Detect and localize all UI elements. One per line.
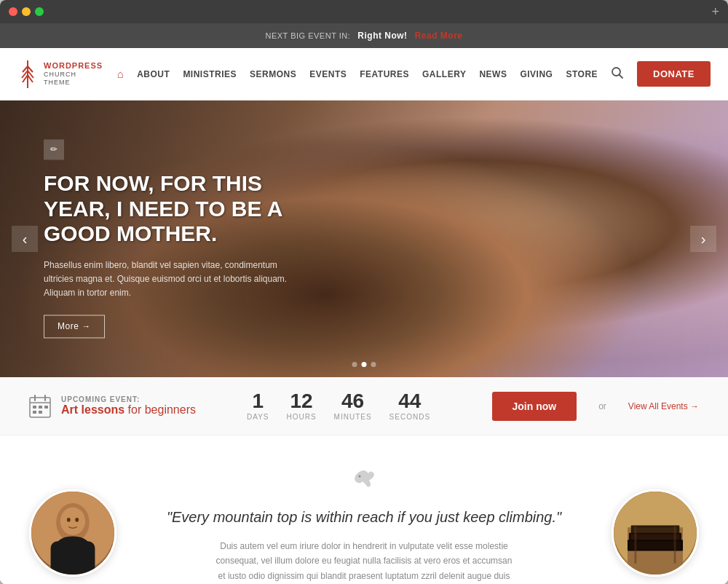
quote-body: Duis autem vel eum iriure dolor in hendr…: [211, 539, 517, 584]
days-label: DAYS: [247, 413, 269, 421]
event-name: Art lessons for beginners: [61, 403, 196, 417]
nav-ministries[interactable]: MINISTRIES: [183, 69, 237, 79]
hero-slider: ‹ ✏ FOR NOW, FOR THIS YEAR, I NEED TO BE…: [0, 100, 728, 377]
view-all-events-link[interactable]: View All Events →: [628, 401, 699, 411]
days-value: 1: [247, 391, 269, 411]
top-bar: NEXT BIG EVENT IN: Right Now! Read More: [0, 23, 728, 48]
slider-prev-button[interactable]: ‹: [12, 226, 38, 252]
seconds-label: SECONDS: [389, 413, 430, 421]
svg-point-24: [67, 518, 71, 522]
countdown-timer: 1 DAYS 12 HOURS 46 MINUTES 44 SECONDS: [247, 391, 430, 421]
testimonial-section: Our Pastors "Every mountain top is withi…: [0, 435, 728, 584]
hero-title: FOR NOW, FOR THIS YEAR, I NEED TO BE A G…: [44, 171, 291, 247]
event-bar: UPCOMING EVENT: Art lessons for beginner…: [0, 377, 728, 435]
hero-content: ✏ FOR NOW, FOR THIS YEAR, I NEED TO BE A…: [44, 139, 291, 338]
nav-features[interactable]: FEATURES: [360, 69, 409, 79]
pastor-avatar-container: Our Pastors: [29, 489, 116, 584]
donate-button[interactable]: Donate: [637, 61, 711, 87]
calendar-icon: [29, 395, 51, 418]
close-button[interactable]: [9, 7, 17, 16]
browser-window: + NEXT BIG EVENT IN: Right Now! Read Mor…: [0, 0, 728, 584]
hero-more-button[interactable]: More →: [44, 315, 105, 339]
minutes-value: 46: [334, 391, 372, 411]
search-icon[interactable]: [611, 66, 624, 82]
testimonial-middle: "Every mountain top is within reach if y…: [146, 465, 582, 584]
event-info: UPCOMING EVENT: Art lessons for beginner…: [29, 395, 196, 418]
new-tab-button[interactable]: +: [711, 4, 719, 20]
event-label: UPCOMING EVENT:: [61, 395, 196, 403]
pastor-avatar: [29, 489, 116, 577]
site-header: WORDPRESS CHURCH THEME ⌂ ABOUT MINISTRIE…: [0, 48, 728, 100]
hours-label: HOURS: [286, 413, 316, 421]
minutes-label: MINUTES: [334, 413, 372, 421]
event-text: UPCOMING EVENT: Art lessons for beginner…: [61, 395, 196, 417]
topbar-event-text: Right Now!: [357, 31, 407, 41]
dot-3[interactable]: [371, 362, 376, 367]
svg-rect-15: [44, 406, 48, 409]
quote-text: "Every mountain top is within reach if y…: [146, 507, 582, 527]
nav-gallery[interactable]: GALLERY: [422, 69, 466, 79]
svg-rect-13: [33, 406, 36, 409]
dot-2[interactable]: [362, 362, 367, 367]
nav-sermons[interactable]: SERMONS: [250, 69, 296, 79]
or-text: or: [598, 401, 606, 411]
hero-description: Phasellus enim libero, blandit vel sapie…: [44, 259, 291, 301]
minimize-button[interactable]: [22, 7, 31, 16]
logo[interactable]: WORDPRESS CHURCH THEME: [17, 60, 103, 89]
svg-line-8: [620, 74, 623, 78]
books-avatar: [612, 489, 699, 577]
slider-next-button[interactable]: ›: [690, 226, 716, 252]
count-minutes: 46 MINUTES: [334, 391, 372, 421]
svg-point-25: [75, 518, 79, 522]
svg-rect-14: [39, 406, 42, 409]
logo-text: WORDPRESS CHURCH THEME: [44, 61, 103, 87]
svg-rect-36: [674, 525, 676, 563]
nav-store[interactable]: STORE: [566, 69, 598, 79]
svg-rect-34: [630, 541, 681, 549]
nav-home[interactable]: ⌂: [117, 68, 124, 80]
pencil-icon: ✏: [44, 139, 64, 159]
svg-rect-35: [635, 525, 637, 563]
count-seconds: 44 SECONDS: [389, 391, 430, 421]
svg-rect-17: [39, 411, 42, 414]
nav-events[interactable]: EVENTS: [309, 69, 347, 79]
site-wrapper: NEXT BIG EVENT IN: Right Now! Read More: [0, 23, 728, 584]
hours-value: 12: [286, 391, 316, 411]
count-hours: 12 HOURS: [286, 391, 316, 421]
slider-dots: [352, 362, 376, 367]
dot-1[interactable]: [352, 362, 357, 367]
svg-rect-16: [33, 411, 36, 414]
topbar-read-more-link[interactable]: Read More: [415, 31, 463, 41]
svg-point-23: [62, 508, 84, 533]
nav-news[interactable]: NEWS: [479, 69, 507, 79]
seconds-value: 44: [389, 391, 430, 411]
maximize-button[interactable]: [35, 7, 44, 16]
topbar-label: NEXT BIG EVENT IN:: [266, 31, 351, 40]
main-nav: ⌂ ABOUT MINISTRIES SERMONS EVENTS FEATUR…: [117, 61, 711, 87]
logo-icon: [17, 60, 38, 89]
count-days: 1 DAYS: [247, 391, 269, 421]
browser-chrome: +: [0, 0, 728, 23]
svg-rect-22: [58, 536, 88, 550]
nav-about[interactable]: ABOUT: [137, 69, 170, 79]
books-avatar-container: New Here?: [612, 489, 699, 584]
dove-icon: [146, 465, 582, 500]
nav-giving[interactable]: GIVING: [520, 69, 553, 79]
join-now-button[interactable]: Join now: [492, 392, 577, 421]
svg-point-26: [359, 476, 361, 478]
